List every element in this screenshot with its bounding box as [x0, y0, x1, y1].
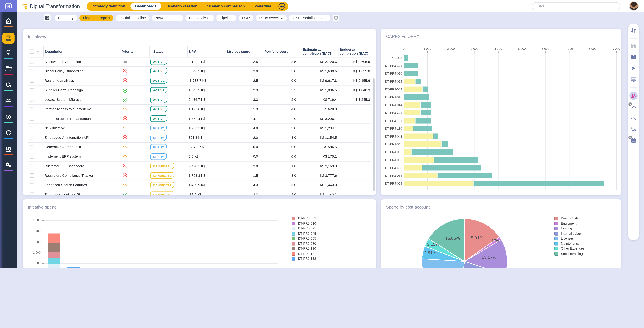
opex-bar-segment[interactable] [474, 181, 604, 186]
monitor-button[interactable] [630, 76, 637, 83]
table-row[interactable]: Embedded Logistics PilotCANDIDATE-35.0 K… [28, 190, 371, 195]
capex-bar-segment[interactable] [404, 141, 441, 147]
table-row[interactable]: Implement ERP systemREADY0.0 K$0.00.0K$ … [28, 152, 371, 161]
column-header-bac[interactable]: Budget at completion (BAC) [338, 46, 371, 57]
opex-bar-segment[interactable] [415, 79, 421, 84]
opex-bar-segment[interactable] [433, 134, 438, 139]
capex-bar-segment[interactable] [404, 134, 433, 139]
opex-bar-segment[interactable] [412, 149, 453, 155]
undo-button[interactable] [630, 104, 637, 111]
table-row[interactable]: Fraud Detection EnhancementACTIVE1,772.4… [28, 114, 371, 124]
workspace-tab-strategy-definition[interactable]: Strategy definition [88, 3, 130, 10]
opex-bar-segment[interactable] [404, 55, 408, 61]
chevron-badge[interactable] [628, 102, 632, 106]
workspace-tab-scenario-creation[interactable]: Scenario creation [162, 3, 202, 10]
dashboard-tab-network-graph[interactable]: Network Graph [152, 15, 183, 21]
table-row[interactable]: Partner Access to our systemsACTIVE1,177… [28, 105, 371, 114]
row-checkbox[interactable] [30, 155, 34, 159]
table-row[interactable]: Legacy System MigrationACTIVE2,436.7 K$3… [28, 95, 371, 105]
row-checkbox[interactable] [30, 183, 34, 187]
send-button[interactable] [630, 65, 637, 72]
row-checkbox[interactable] [30, 107, 34, 112]
table-row[interactable]: Customer 360 DashboardCANDIDATE9,470.1 K… [28, 162, 371, 171]
row-checkbox[interactable] [30, 173, 34, 178]
DT-PRJ-132-segment[interactable] [67, 267, 80, 268]
column-header-select[interactable] [28, 49, 36, 54]
adjust-button[interactable] [630, 27, 637, 34]
column-header-status[interactable]: ↑Status [149, 46, 187, 57]
table-row[interactable]: AI-Powered AutomationACTIVE3,122.1 K$2.5… [28, 57, 371, 67]
row-checkbox[interactable] [30, 60, 34, 64]
dashboard-tab-risks-overview[interactable]: Risks overview [256, 15, 287, 21]
workspace-tab-dashboards[interactable]: Dashboards [130, 3, 161, 10]
sidebar-item-cycles[interactable] [0, 129, 17, 145]
chevron-badge[interactable] [628, 136, 632, 139]
row-checkbox[interactable] [30, 164, 34, 168]
capex-bar-segment[interactable] [404, 149, 412, 155]
DT-PRJ-045-segment[interactable] [48, 258, 60, 264]
dashboard-tab-pipeline[interactable]: Pipeline [216, 15, 236, 21]
opex-bar-segment[interactable] [415, 118, 431, 123]
row-checkbox[interactable] [30, 117, 34, 121]
dashboard-tab-cost-analysis[interactable]: Cost analysis [186, 15, 214, 21]
row-checkbox[interactable] [30, 98, 34, 102]
app-logo[interactable] [0, 0, 17, 12]
DT-PRJ-131-segment[interactable] [48, 233, 60, 243]
row-checkbox[interactable] [30, 145, 34, 149]
capex-bar-segment[interactable] [404, 102, 420, 108]
opex-bar-segment[interactable] [420, 110, 430, 116]
capex-bar-segment[interactable] [404, 118, 415, 123]
opex-bar-segment[interactable] [441, 141, 448, 147]
opex-bar-segment[interactable] [404, 71, 418, 76]
opex-bar-segment[interactable] [404, 94, 429, 100]
capex-bar-segment[interactable] [404, 173, 437, 178]
redo-button[interactable] [630, 115, 637, 122]
calendar-button[interactable] [630, 137, 637, 144]
column-header-portfolio_score[interactable]: Portfolio score [263, 49, 302, 54]
table-row[interactable]: Real-time analyticsACTIVE-3,738.7 K$2.50… [28, 76, 371, 86]
opex-bar-segment[interactable] [413, 126, 432, 131]
sidebar-item-resources[interactable] [0, 145, 17, 161]
row-checkbox[interactable] [30, 88, 34, 93]
capex-bar-segment[interactable] [404, 79, 415, 84]
column-header-eac[interactable]: Estimate at completion (EAC) [302, 47, 338, 56]
select-all-checkbox[interactable] [30, 50, 34, 54]
opex-bar-segment[interactable] [420, 102, 431, 108]
add-dashboard-button[interactable] [333, 15, 339, 21]
column-header-description[interactable]: Description [43, 46, 120, 57]
dashboard-tab-okr[interactable]: OKR [238, 15, 253, 21]
row-checkbox[interactable] [30, 136, 34, 140]
opex-bar-segment[interactable] [434, 157, 478, 163]
sidebar-item-portfolio[interactable] [0, 33, 17, 49]
table-row[interactable]: New initiativeREADY1,787.1 K$4.03.0K$ 1,… [28, 124, 371, 133]
workspace-dropdown-caret-icon[interactable] [83, 6, 86, 9]
row-checkbox[interactable] [30, 69, 34, 74]
workspace-tab-scenario-comparison[interactable]: Scenario comparison [202, 3, 250, 10]
save-button[interactable] [630, 43, 637, 50]
table-row[interactable]: Enhanced Search FeaturesCANDIDATE1,439.9… [28, 181, 371, 190]
add-workspace-tab-button[interactable] [278, 3, 285, 10]
sidebar-item-pipeline[interactable] [0, 113, 17, 129]
DT-PRJ-080-segment[interactable] [48, 252, 60, 258]
sidebar-item-settings[interactable] [0, 161, 17, 177]
opex-bar-segment[interactable] [422, 86, 428, 92]
capex-bar-segment[interactable] [404, 110, 420, 116]
capex-bar-segment[interactable] [404, 181, 474, 186]
table-row[interactable]: Digital Policy OnboardingACTIVE8,646.3 K… [28, 67, 371, 76]
table-row[interactable]: Generative AI for our HRREADY-537.9 K$0.… [28, 143, 371, 152]
DT-PRJ-130-segment[interactable] [48, 243, 60, 252]
user-avatar[interactable] [629, 1, 638, 11]
sidebar-item-ideas[interactable] [0, 49, 17, 65]
sidebar-item-programs[interactable] [0, 97, 17, 113]
workflow-button[interactable] [630, 126, 637, 133]
sidebar-item-home[interactable] [0, 17, 17, 33]
dashboard-tab-financial-report[interactable]: Financial report [80, 15, 114, 21]
table-row[interactable]: Regulatory Compliance TrackerCANDIDATE1,… [28, 171, 371, 180]
row-checkbox[interactable] [30, 79, 34, 83]
book-button[interactable] [630, 54, 637, 61]
column-header-priority[interactable]: Priority [120, 49, 149, 54]
initiatives-scrollbar[interactable] [373, 78, 374, 191]
panel-toggle-button[interactable] [44, 15, 50, 22]
sidebar-item-sprints[interactable] [0, 81, 17, 97]
opex-bar-segment[interactable] [404, 63, 418, 68]
